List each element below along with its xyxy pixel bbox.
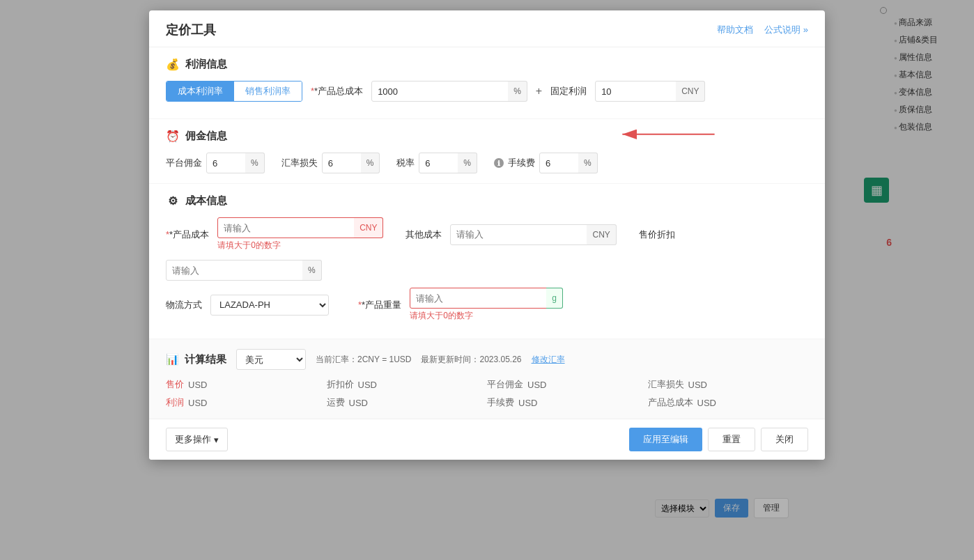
product-cost-input[interactable] [217, 217, 357, 238]
cost-row-2: 物流方式 LAZADA-PH Standard Express **产品重量 g… [166, 288, 808, 322]
platform-commission-wrap: % [206, 153, 265, 173]
profit-icon: 💰 [166, 57, 180, 71]
sale-discount-label: 售价折扣 [639, 228, 675, 241]
cost-section-title: ⚙ 成本信息 [166, 194, 808, 208]
result-total-cost-label: 产品总成本 [648, 396, 693, 409]
result-exchange-currency: USD [688, 380, 707, 390]
result-title-text: 计算结果 [185, 353, 226, 366]
result-header: 📊 计算结果 美元 人民币 欧元 当前汇率：2CNY = 1USD 最新更新时间… [166, 349, 808, 370]
more-operations-btn[interactable]: 更多操作 ▾ [166, 428, 228, 451]
cost-section: ⚙ 成本信息 **产品成本 CNY 请填大于0的数字 其他成本 [149, 184, 825, 339]
profit-title-text: 利润信息 [185, 58, 227, 71]
logistics-select[interactable]: LAZADA-PH Standard Express [210, 295, 329, 316]
plus-symbol: + [536, 85, 542, 98]
weight-wrap: g [410, 288, 563, 309]
result-exchange-label: 汇率损失 [648, 378, 684, 391]
result-item-handling: 手续费 USD [487, 396, 648, 409]
weight-error: 请填大于0的数字 [410, 310, 563, 322]
result-total-cost-currency: USD [697, 398, 716, 408]
tax-wrap: % [419, 153, 477, 173]
platform-commission-input[interactable] [206, 153, 248, 173]
result-shipping-label: 运费 [327, 396, 345, 409]
product-cost-error: 请填大于0的数字 [217, 240, 383, 251]
product-cost-wrap: CNY [217, 217, 383, 238]
result-handling-label: 手续费 [487, 396, 514, 409]
result-item-exchange: 汇率损失 USD [648, 378, 809, 391]
modal-header-links: 帮助文档 公式说明 » [717, 24, 808, 36]
apply-to-editor-btn[interactable]: 应用至编辑 [629, 428, 702, 451]
weight-input[interactable] [410, 288, 549, 309]
product-total-cost-input[interactable] [371, 81, 511, 102]
handling-fee-input[interactable] [539, 153, 581, 173]
result-item-shipping: 运费 USD [327, 396, 488, 409]
other-cost-wrap: CNY [450, 224, 616, 245]
profit-form-row: 成本利润率 销售利润率 **产品总成本 % + 固定利润 CNY [166, 81, 808, 102]
result-profit-label: 利润 [166, 396, 184, 409]
commission-title-text: 佣金信息 [185, 130, 227, 143]
result-item-total-cost: 产品总成本 USD [648, 396, 809, 409]
result-commission-currency: USD [527, 380, 546, 390]
platform-commission-label: 平台佣金 [166, 157, 202, 169]
product-cost-label: **产品成本 [166, 228, 209, 241]
currency-select[interactable]: 美元 人民币 欧元 [236, 349, 306, 370]
reset-btn[interactable]: 重置 [708, 428, 755, 451]
product-total-cost-label: **产品总成本 [311, 85, 363, 98]
commission-section-title: ⏰ 佣金信息 [166, 129, 808, 143]
weight-col: g 请填大于0的数字 [410, 288, 563, 322]
result-item-commission: 平台佣金 USD [487, 378, 648, 391]
modal-title: 定价工具 [166, 22, 216, 38]
result-shipping-currency: USD [349, 398, 368, 408]
handling-pct-badge: % [578, 153, 598, 173]
modal-footer: 更多操作 ▾ 应用至编辑 重置 关闭 [149, 419, 825, 460]
exchange-loss-label: 汇率损失 [281, 157, 318, 169]
result-section: 📊 计算结果 美元 人民币 欧元 当前汇率：2CNY = 1USD 最新更新时间… [149, 339, 825, 419]
logistics-label: 物流方式 [166, 299, 202, 311]
sale-discount-unit: % [302, 260, 322, 281]
modify-rate-link[interactable]: 修改汇率 [532, 354, 565, 366]
result-discount-label: 折扣价 [327, 378, 354, 391]
product-cost-unit: CNY [354, 217, 383, 238]
help-doc-link[interactable]: 帮助文档 [717, 24, 753, 36]
platform-pct-badge: % [245, 153, 265, 173]
weight-label: **产品重量 [358, 299, 401, 311]
info-icon[interactable]: ℹ [494, 158, 504, 168]
tax-item: 税率 % [396, 153, 477, 173]
exchange-loss-wrap: % [322, 153, 380, 173]
result-discount-currency: USD [358, 380, 377, 390]
result-item-profit: 利润 USD [166, 396, 327, 409]
fixed-profit-input[interactable] [595, 81, 679, 102]
footer-right: 应用至编辑 重置 关闭 [629, 428, 808, 451]
sale-discount-input[interactable] [166, 260, 305, 281]
close-btn[interactable]: 关闭 [761, 428, 808, 451]
commission-section: ⏰ 佣金信息 平台佣金 % 汇率损失 % [149, 119, 825, 184]
last-update-info: 最新更新时间：2023.05.26 [421, 354, 521, 366]
sales-rate-tab[interactable]: 销售利润率 [234, 81, 302, 101]
cost-icon: ⚙ [166, 194, 180, 208]
tax-pct-badge: % [458, 153, 477, 173]
footer-left: 更多操作 ▾ [166, 428, 228, 451]
tax-input[interactable] [419, 153, 461, 173]
percent-unit-badge: % [508, 81, 527, 102]
handling-fee-item: ℹ 手续费 % [494, 153, 598, 173]
profit-section-title: 💰 利润信息 [166, 57, 808, 71]
modal-dialog: 定价工具 帮助文档 公式说明 » 💰 利润信息 成本利润率 销售利润率 **产品… [149, 10, 825, 460]
result-sale-currency: USD [188, 380, 207, 390]
result-icon: 📊 [166, 353, 179, 366]
result-title-row: 📊 计算结果 [166, 353, 226, 366]
cny-unit-badge: CNY [676, 81, 705, 102]
dropdown-arrow-icon: ▾ [214, 435, 219, 445]
result-commission-label: 平台佣金 [487, 378, 523, 391]
cost-rate-tab[interactable]: 成本利润率 [167, 81, 234, 101]
cost-row-1: **产品成本 CNY 请填大于0的数字 其他成本 CNY 售价折扣 [166, 217, 808, 281]
weight-unit: g [546, 288, 563, 309]
result-sale-label: 售价 [166, 378, 184, 391]
exchange-loss-item: 汇率损失 % [281, 153, 380, 173]
platform-commission-item: 平台佣金 % [166, 153, 265, 173]
profit-tab-group: 成本利润率 销售利润率 [166, 81, 302, 102]
result-item-sale: 售价 USD [166, 378, 327, 391]
other-cost-input[interactable] [450, 224, 589, 245]
other-cost-label: 其他成本 [405, 228, 442, 241]
exchange-loss-input[interactable] [322, 153, 364, 173]
commission-icon: ⏰ [166, 129, 180, 143]
formula-link[interactable]: 公式说明 » [764, 24, 808, 36]
